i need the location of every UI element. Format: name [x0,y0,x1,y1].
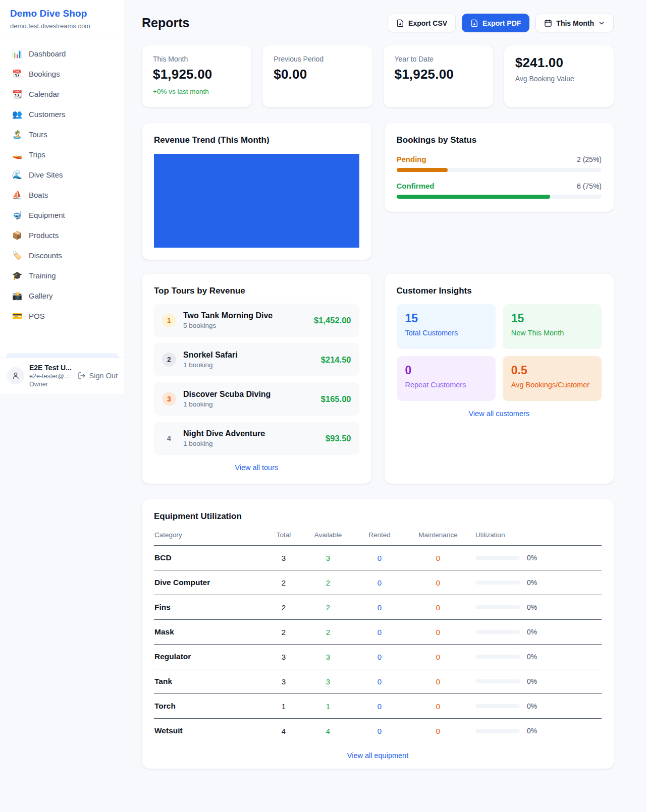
sidebar-item-tours[interactable]: 🏝️Tours [6,125,119,144]
view-all-tours-link[interactable]: View all tours [154,463,359,472]
sidebar-item-discounts[interactable]: 🏷️Discounts [6,246,119,265]
sidebar-item-equipment[interactable]: 🤿Equipment [6,206,119,224]
insight-label: Total Customers [405,329,487,337]
sidebar-item-label: Tours [29,130,47,139]
cell-rented: 0 [354,595,405,620]
tour-row: 3Discover Scuba Diving1 booking$165.00 [154,382,359,416]
utilization-percent: 0% [527,554,537,562]
rank-badge: 3 [162,392,176,406]
cell-total: 2 [265,620,302,645]
sidebar-item-trips[interactable]: 🚤Trips [6,145,119,164]
utilization-bar: 0% [475,554,598,562]
cell-utilization: 0% [471,645,602,669]
status-bar-track [397,168,602,172]
sidebar-item-customers[interactable]: 👥Customers [6,105,119,124]
insight-tiles: 15Total Customers15New This Month0Repeat… [397,304,602,401]
insight-value: 15 [405,312,487,325]
cell-maintenance: 0 [405,546,471,570]
tour-row: 1Two Tank Morning Dive5 bookings$1,452.0… [154,304,359,337]
sidebar-item-reports-partial[interactable] [6,353,119,358]
cell-category: Tank [154,669,265,694]
stat-value: $241.00 [515,55,603,71]
table-row: Torch11000% [154,694,602,719]
period-dropdown[interactable]: This Month [535,14,614,32]
column-header-utilization: Utilization [471,529,602,546]
cell-category: Torch [154,694,265,719]
sidebar-item-training[interactable]: 🎓Training [6,266,119,285]
sidebar-item-dive-sites[interactable]: 🌊Dive Sites [6,165,119,184]
cell-available: 2 [302,570,354,595]
status-label: Confirmed [397,182,435,190]
insight-label: Avg Bookings/Customer [511,381,593,389]
sidebar-item-label: Customers [29,110,66,119]
status-row: Confirmed6 (75%) [397,182,602,199]
table-row: Mask22000% [154,620,602,645]
user-name: E2E Test U... [29,364,73,372]
sidebar-item-label: POS [29,312,45,320]
sidebar-item-dashboard[interactable]: 📊Dashboard [6,44,119,63]
cell-maintenance: 0 [405,620,471,645]
status-label: Pending [397,155,426,163]
export-csv-label: Export CSV [408,19,447,27]
insight-tile-new-this-month: 15New This Month [503,304,602,349]
top-tours-card: Top Tours by Revenue 1Two Tank Morning D… [142,274,371,484]
status-line: Pending2 (25%) [397,155,602,163]
sidebar-item-label: Calendar [29,90,60,98]
equipment-table-body: BCD33000%Dive Computer22000%Fins22000%Ma… [154,546,602,743]
stat-label: Avg Booking Value [515,75,603,83]
cell-utilization: 0% [471,546,602,570]
avatar [7,367,24,384]
boats-icon: ⛵ [12,190,22,200]
view-all-customers-link[interactable]: View all customers [397,410,602,418]
status-value: 6 (75%) [577,182,602,190]
rank-badge: 2 [162,353,176,367]
chevron-down-icon [598,20,605,27]
column-header-maintenance: Maintenance [405,529,471,546]
export-csv-button[interactable]: Export CSV [388,14,456,32]
cell-utilization: 0% [471,595,602,620]
utilization-percent: 0% [527,677,537,685]
file-download-icon [470,19,478,27]
utilization-percent: 0% [527,578,537,587]
utilization-bar-track [475,729,520,733]
cell-rented: 0 [354,570,405,595]
cell-rented: 0 [354,645,405,669]
tour-name: Two Tank Morning Dive [183,311,307,320]
table-row: Regulator33000% [154,645,602,669]
user-role: Owner [29,381,73,388]
tour-name: Night Dive Adventure [183,429,318,438]
discounts-icon: 🏷️ [12,251,22,260]
utilization-bar-track [475,704,520,708]
utilization-bar-track [475,630,520,634]
sidebar-item-gallery[interactable]: 📸Gallery [6,286,119,305]
cell-maintenance: 0 [405,669,471,694]
cell-utilization: 0% [471,719,602,743]
utilization-percent: 0% [527,653,537,661]
rank-badge: 1 [162,313,176,327]
stat-delta: +0% vs last month [153,88,240,95]
stat-card: Year to Date$1,925.00 [384,45,493,107]
shop-name: Demo Dive Shop [10,8,115,19]
cell-category: Wetsuit [154,719,265,743]
sidebar-item-calendar[interactable]: 📆Calendar [6,85,119,103]
cell-available: 2 [302,595,354,620]
stat-cards: This Month$1,925.00+0% vs last monthPrev… [142,45,614,107]
sidebar-item-bookings[interactable]: 📅Bookings [6,65,119,83]
tour-bookings: 1 booking [183,440,318,447]
export-pdf-button[interactable]: Export PDF [462,14,529,32]
view-all-equipment-link[interactable]: View all equipment [154,751,602,760]
sidebar-item-boats[interactable]: ⛵Boats [6,186,119,204]
tour-name: Discover Scuba Diving [183,390,314,399]
file-download-icon [396,19,404,27]
sidebar-item-products[interactable]: 📦Products [6,226,119,245]
user-email: e2e-tester@... [29,373,73,380]
tour-revenue: $93.50 [326,434,351,443]
sidebar-item-label: Boats [29,191,48,199]
sidebar-item-pos[interactable]: 💳POS [6,307,119,325]
sign-out-button[interactable]: Sign Out [78,372,118,380]
column-header-total: Total [265,529,302,546]
trips-icon: 🚤 [12,150,22,159]
tour-row: 2Snorkel Safari1 booking$214.50 [154,343,359,376]
sidebar-item-label: Discounts [29,251,62,260]
cell-available: 3 [302,546,354,570]
